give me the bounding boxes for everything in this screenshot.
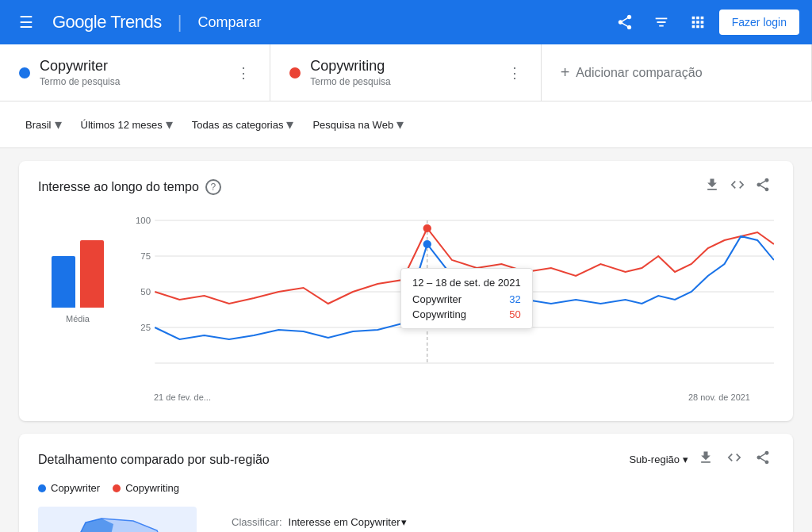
- share-button[interactable]: [610, 7, 640, 37]
- sort-label: Classificar:: [232, 516, 282, 528]
- svg-text:75: 75: [140, 251, 151, 261]
- term-name-1: Copywriter: [40, 58, 227, 75]
- avg-label: Média: [66, 314, 90, 323]
- svg-text:100: 100: [136, 216, 151, 225]
- subregion-download-icon: [698, 450, 714, 465]
- subregion-section: Detalhamento comparado por sub-região Su…: [19, 434, 793, 532]
- filter-category-chevron: ▾: [286, 116, 293, 133]
- tooltip-date: 12 – 18 de set. de 2021: [412, 277, 521, 289]
- chart-wrapper: Média 100 75 50 25: [38, 212, 774, 402]
- chart-actions: [701, 174, 774, 200]
- term-subtitle-1: Termo de pesquisa: [40, 76, 227, 87]
- filter-category[interactable]: Todas as categorias ▾: [186, 111, 301, 138]
- main-content: Interesse ao longo do tempo ?: [0, 148, 812, 532]
- filters-bar: Brasil ▾ Últimos 12 meses ▾ Todas as cat…: [0, 101, 812, 148]
- add-comparison-button[interactable]: + Adicionar comparação: [542, 44, 812, 101]
- legend-item-1: Copywriter: [38, 482, 100, 494]
- term-more-button-1[interactable]: ⋮: [236, 64, 251, 82]
- term-more-button-2[interactable]: ⋮: [508, 64, 522, 82]
- notification-button[interactable]: [646, 7, 676, 37]
- tooltip-term-1: Copywriter: [412, 293, 462, 305]
- subregion-header: Detalhamento comparado por sub-região Su…: [38, 446, 774, 473]
- table-row: 1. Amazonas: [232, 528, 774, 532]
- chart-share-button[interactable]: [752, 174, 774, 200]
- term-subtitle-2: Termo de pesquisa: [310, 76, 497, 87]
- subregion-table: Classificar: Interesse em Copywriter ▾ 1…: [232, 507, 774, 532]
- avg-bars: [52, 212, 104, 308]
- menu-button[interactable]: ☰: [13, 6, 40, 38]
- filter-period[interactable]: Últimos 12 meses ▾: [75, 111, 179, 138]
- embed-icon: [730, 177, 745, 193]
- term-text-group-2: Copywriting Termo de pesquisa: [310, 58, 497, 87]
- map-svg: [38, 507, 197, 532]
- apps-button[interactable]: [683, 7, 713, 37]
- terms-bar: Copywriter Termo de pesquisa ⋮ Copywriti…: [0, 44, 812, 101]
- tooltip-row-1: Copywriter 32: [412, 293, 521, 305]
- subregion-share-button[interactable]: [752, 446, 774, 473]
- x-label-end: 28 nov. de 2021: [688, 392, 750, 402]
- subregion-sort: Classificar: Interesse em Copywriter ▾: [232, 516, 774, 528]
- subregion-legend: Copywriter Copywriting: [38, 482, 774, 494]
- add-icon: +: [561, 63, 570, 82]
- subregion-map: [38, 507, 213, 532]
- chart-info-icon[interactable]: ?: [205, 179, 221, 195]
- sort-value-dropdown[interactable]: Interesse em Copywriter ▾: [289, 516, 408, 528]
- chart-title-group: Interesse ao longo do tempo ?: [38, 179, 221, 195]
- tooltip-term-2: Copywriting: [412, 308, 466, 320]
- tooltip-row-2: Copywriting 50: [412, 308, 521, 320]
- subregion-title: Detalhamento comparado por sub-região: [38, 453, 270, 467]
- filter-period-chevron: ▾: [166, 116, 173, 133]
- tooltip-value-1: 32: [509, 293, 520, 305]
- term-dot-2: [289, 67, 301, 78]
- subregion-download-button[interactable]: [695, 446, 717, 473]
- chart-section-header: Interesse ao longo do tempo ?: [38, 174, 774, 200]
- term-name-2: Copywriting: [310, 58, 497, 75]
- chart-main: 100 75 50 25 12 – 18 de set.: [130, 212, 774, 402]
- svg-text:50: 50: [140, 287, 151, 297]
- filter-period-label: Últimos 12 meses: [81, 119, 163, 131]
- header-icons: Fazer login: [610, 7, 799, 37]
- term-dot-1: [19, 67, 30, 78]
- header: ☰ Google Trends | Comparar Fazer login: [0, 0, 812, 44]
- legend-dot-1: [38, 484, 46, 492]
- term-text-group-1: Copywriter Termo de pesquisa: [40, 58, 227, 87]
- chart-title: Interesse ao longo do tempo: [38, 180, 199, 194]
- download-icon: [704, 177, 720, 193]
- chart-embed-button[interactable]: [726, 174, 749, 200]
- legend-label-2: Copywriting: [125, 482, 179, 494]
- term-item-2: Copywriting Termo de pesquisa ⋮: [270, 44, 541, 101]
- subregion-chevron: ▾: [683, 454, 688, 465]
- subregion-share-icon: [755, 450, 771, 465]
- filter-country[interactable]: Brasil ▾: [19, 111, 68, 138]
- subregion-embed-button[interactable]: [723, 446, 745, 473]
- menu-icon: ☰: [19, 13, 33, 32]
- add-comparison-label: Adicionar comparação: [576, 66, 702, 80]
- login-button[interactable]: Fazer login: [719, 10, 799, 35]
- filter-search-type-chevron: ▾: [396, 116, 404, 133]
- page-title: Comparar: [198, 14, 262, 31]
- chart-dot-blue: [423, 240, 431, 248]
- apps-icon: [689, 13, 707, 31]
- tooltip-value-2: 50: [509, 308, 520, 320]
- header-separator: |: [178, 12, 182, 33]
- chart-tooltip: 12 – 18 de set. de 2021 Copywriter 32 Co…: [400, 268, 533, 329]
- notification-icon: [653, 13, 670, 31]
- subregion-embed-icon: [726, 450, 742, 465]
- filter-search-type[interactable]: Pesquisa na Web ▾: [306, 111, 410, 138]
- chart-x-labels: 21 de fev. de... 28 nov. de 2021: [130, 392, 774, 402]
- chart-section: Interesse ao longo do tempo ?: [19, 161, 793, 421]
- logo: Google Trends: [52, 12, 162, 33]
- legend-label-1: Copywriter: [51, 482, 100, 494]
- subregion-body: Classificar: Interesse em Copywriter ▾ 1…: [38, 507, 774, 532]
- sort-chevron: ▾: [401, 516, 407, 528]
- chart-download-button[interactable]: [701, 174, 723, 200]
- x-label-start: 21 de fev. de...: [154, 392, 211, 402]
- sort-value-text: Interesse em Copywriter: [289, 516, 400, 528]
- legend-item-2: Copywriting: [113, 482, 179, 494]
- svg-text:25: 25: [140, 323, 151, 332]
- legend-dot-2: [113, 484, 121, 492]
- subregion-dropdown[interactable]: Sub-região ▾: [629, 454, 688, 465]
- chart-share-icon: [755, 177, 771, 193]
- term-item-1: Copywriter Termo de pesquisa ⋮: [0, 44, 270, 101]
- chart-dot-red: [423, 224, 431, 232]
